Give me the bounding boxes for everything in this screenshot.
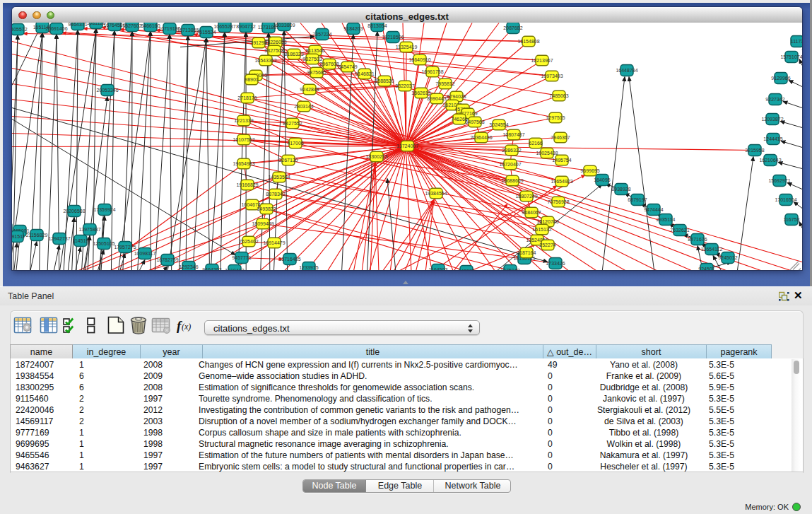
svg-text:3875685: 3875685 xyxy=(307,69,326,74)
svg-text:1405572: 1405572 xyxy=(12,26,28,31)
svg-text:16448784: 16448784 xyxy=(616,67,637,72)
svg-text:9245012: 9245012 xyxy=(718,255,737,259)
svg-text:11325419: 11325419 xyxy=(396,44,418,49)
svg-text:6497568: 6497568 xyxy=(465,119,484,124)
svg-text:6794028: 6794028 xyxy=(447,93,466,98)
svg-text:62166: 62166 xyxy=(529,140,543,145)
svg-text:16107552: 16107552 xyxy=(233,136,254,141)
svg-text:1493822: 1493822 xyxy=(257,206,276,211)
svg-text:9327508: 9327508 xyxy=(264,47,283,52)
svg-text:8904712: 8904712 xyxy=(236,23,255,28)
svg-text:10098117: 10098117 xyxy=(134,250,156,255)
svg-text:6466160: 6466160 xyxy=(141,23,160,28)
svg-text:9457771: 9457771 xyxy=(232,255,251,259)
svg-text:1244415: 1244415 xyxy=(763,136,782,141)
svg-text:7357224: 7357224 xyxy=(312,31,331,36)
svg-text:114519: 114519 xyxy=(73,238,89,243)
svg-text:9684067: 9684067 xyxy=(522,209,541,214)
svg-text:12093872: 12093872 xyxy=(761,116,783,121)
svg-text:19654983: 19654983 xyxy=(233,160,254,165)
svg-text:10655287: 10655287 xyxy=(213,23,235,28)
svg-text:1588520: 1588520 xyxy=(375,78,394,83)
svg-text:10807487: 10807487 xyxy=(502,132,524,136)
svg-text:10688609: 10688609 xyxy=(501,177,523,182)
svg-text:391511: 391511 xyxy=(12,233,25,238)
svg-text:2386322: 2386322 xyxy=(502,147,521,152)
svg-text:7515524: 7515524 xyxy=(196,29,216,34)
svg-text:9699695: 9699695 xyxy=(580,168,599,173)
svg-text:9146821: 9146821 xyxy=(355,71,374,76)
svg-text:16210643: 16210643 xyxy=(759,157,781,162)
svg-text:11173: 11173 xyxy=(791,38,802,43)
svg-text:18300215: 18300215 xyxy=(365,153,387,158)
svg-text:23226058: 23226058 xyxy=(264,39,286,44)
svg-text:1562615: 1562615 xyxy=(411,90,430,95)
svg-text:15720407: 15720407 xyxy=(499,161,521,166)
svg-text:8878342: 8878342 xyxy=(266,191,285,196)
svg-text:12213967: 12213967 xyxy=(531,57,553,62)
svg-text:15692971: 15692971 xyxy=(768,177,790,182)
svg-text:17016504: 17016504 xyxy=(775,197,796,201)
svg-text:8938928: 8938928 xyxy=(611,186,630,191)
svg-text:8990443: 8990443 xyxy=(427,95,446,100)
svg-text:2087682: 2087682 xyxy=(503,25,522,30)
svg-text:9464371: 9464371 xyxy=(68,23,87,27)
svg-text:3024554: 3024554 xyxy=(489,122,508,127)
svg-text:7625402: 7625402 xyxy=(239,238,258,243)
svg-text:19166825: 19166825 xyxy=(236,182,258,187)
svg-text:116753: 116753 xyxy=(784,216,800,221)
svg-text:8813054: 8813054 xyxy=(367,23,387,28)
svg-text:7485063: 7485063 xyxy=(549,93,568,98)
svg-text:9474444: 9474444 xyxy=(644,206,663,211)
svg-text:164095: 164095 xyxy=(594,177,610,182)
svg-text:7946367: 7946367 xyxy=(551,134,570,139)
svg-text:70756928: 70756928 xyxy=(547,199,569,204)
svg-text:20364436: 20364436 xyxy=(470,134,492,139)
svg-text:9464203: 9464203 xyxy=(202,267,221,270)
svg-text:417006: 417006 xyxy=(287,140,303,145)
svg-text:9242848: 9242848 xyxy=(300,86,319,91)
svg-text:7632621: 7632621 xyxy=(670,227,689,232)
svg-text:2803144: 2803144 xyxy=(294,103,313,108)
svg-text:1733426: 1733426 xyxy=(546,260,565,265)
svg-text:252274: 252274 xyxy=(539,242,555,247)
svg-text:9227342: 9227342 xyxy=(765,96,784,101)
svg-text:16713855: 16713855 xyxy=(177,27,199,32)
svg-text:1164503: 1164503 xyxy=(429,267,448,270)
svg-text:1019412: 1019412 xyxy=(225,267,244,270)
svg-text:16154808: 16154808 xyxy=(517,38,539,43)
svg-text:1075042: 1075042 xyxy=(500,267,519,270)
svg-text:18099489: 18099489 xyxy=(252,221,273,226)
svg-text:10973493: 10973493 xyxy=(541,73,563,78)
svg-text:15716485: 15716485 xyxy=(278,256,300,261)
svg-text:8471676: 8471676 xyxy=(688,236,707,241)
svg-text:16914479: 16914479 xyxy=(263,240,285,245)
svg-text:15751074: 15751074 xyxy=(780,54,802,59)
svg-text:1615132: 1615132 xyxy=(532,226,551,231)
svg-text:8113546: 8113546 xyxy=(306,47,325,52)
svg-text:18807249: 18807249 xyxy=(515,193,537,198)
svg-text:1221339: 1221339 xyxy=(234,117,253,122)
svg-text:20691406: 20691406 xyxy=(45,25,67,30)
svg-text:942371: 942371 xyxy=(458,268,474,270)
svg-text:19654923: 19654923 xyxy=(551,178,572,183)
svg-text:10654112: 10654112 xyxy=(701,246,723,251)
svg-text:98901: 98901 xyxy=(245,76,259,81)
svg-text:16543362: 16543362 xyxy=(254,57,276,62)
svg-text:17359924: 17359924 xyxy=(93,206,115,211)
svg-text:3267130: 3267130 xyxy=(278,157,298,162)
svg-text:13724007: 13724007 xyxy=(396,143,418,148)
svg-text:18640910: 18640910 xyxy=(408,57,430,62)
svg-text:10025438: 10025438 xyxy=(536,150,558,155)
svg-text:16033809: 16033809 xyxy=(273,23,295,28)
svg-text:1292346: 1292346 xyxy=(179,264,198,269)
svg-text:19384554: 19384554 xyxy=(425,190,447,195)
svg-text:924501: 924501 xyxy=(698,266,714,270)
svg-text:13975887: 13975887 xyxy=(78,226,100,231)
svg-text:8322037: 8322037 xyxy=(395,83,414,88)
svg-text:2718176: 2718176 xyxy=(237,95,257,100)
svg-text:19218506: 19218506 xyxy=(382,34,404,39)
svg-text:9327503: 9327503 xyxy=(302,56,322,61)
svg-text:8427552: 8427552 xyxy=(283,120,302,125)
svg-text:16120746: 16120746 xyxy=(536,218,558,223)
